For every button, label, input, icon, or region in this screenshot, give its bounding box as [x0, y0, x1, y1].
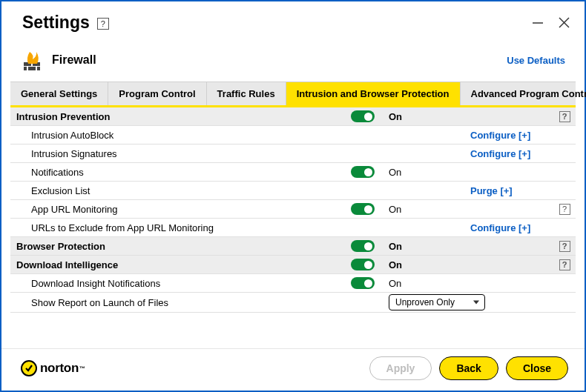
row-show-report-launch: Show Report on Launch of Files Unproven …: [10, 293, 576, 313]
tab-advanced-program-control[interactable]: Advanced Program Control: [461, 82, 587, 105]
toggle-notifications[interactable]: [351, 166, 375, 178]
toggle-app-url-monitoring[interactable]: [351, 203, 375, 215]
settings-window: Settings ? Firewall Use Defaults General…: [0, 0, 586, 392]
row-browser-protection: Browser Protection On ?: [10, 237, 576, 256]
label-exclusion-list: Exclusion List: [10, 185, 344, 196]
help-icon[interactable]: ?: [559, 111, 570, 122]
apply-button: Apply: [369, 356, 432, 380]
tab-intrusion-browser-protection[interactable]: Intrusion and Browser Protection: [286, 82, 461, 105]
row-download-insight-notifications: Download Insight Notifications On: [10, 274, 576, 293]
label-intrusion-autoblock: Intrusion AutoBlock: [10, 130, 344, 141]
configure-signatures-link[interactable]: Configure [+]: [470, 148, 530, 159]
row-download-intelligence: Download Intelligence On ?: [10, 256, 576, 274]
footer-buttons: Apply Back Close: [369, 356, 568, 380]
svg-rect-5: [28, 67, 36, 70]
help-icon[interactable]: ?: [559, 259, 570, 270]
status-browser-protection: On: [381, 241, 455, 252]
select-show-report-value: Unproven Only: [395, 297, 455, 308]
checkmark-icon: [21, 360, 37, 376]
close-icon[interactable]: [559, 17, 570, 28]
minimize-icon[interactable]: [532, 17, 544, 29]
svg-rect-6: [24, 67, 27, 70]
select-show-report[interactable]: Unproven Only: [389, 294, 485, 310]
label-intrusion-signatures: Intrusion Signatures: [10, 148, 344, 159]
label-download-insight-notifications: Download Insight Notifications: [10, 278, 344, 289]
firewall-icon: [22, 49, 45, 71]
titlebar: Settings ?: [1, 1, 585, 37]
tab-program-control[interactable]: Program Control: [108, 82, 206, 105]
label-notifications: Notifications: [10, 167, 344, 178]
brand-text: norton: [40, 361, 79, 376]
norton-logo: norton™: [21, 360, 85, 376]
row-intrusion-autoblock: Intrusion AutoBlock Configure [+]: [10, 126, 576, 144]
status-download-intelligence: On: [381, 259, 455, 270]
help-icon[interactable]: ?: [559, 204, 570, 215]
toggle-download-intelligence[interactable]: [351, 259, 375, 270]
trademark-icon: ™: [79, 365, 85, 372]
row-notifications: Notifications On: [10, 163, 576, 182]
window-controls: [532, 16, 570, 29]
row-intrusion-signatures: Intrusion Signatures Configure [+]: [10, 144, 576, 163]
status-download-insight-notifications: On: [381, 278, 455, 289]
configure-urls-exclude-link[interactable]: Configure [+]: [470, 222, 530, 233]
label-download-intelligence: Download Intelligence: [10, 259, 344, 270]
label-urls-exclude: URLs to Exclude from App URL Monitoring: [10, 222, 344, 233]
status-intrusion-prevention: On: [381, 111, 455, 122]
title-help-icon[interactable]: ?: [97, 18, 109, 30]
help-icon[interactable]: ?: [559, 241, 570, 252]
chevron-down-icon: [473, 301, 479, 305]
toggle-download-insight-notifications[interactable]: [351, 277, 375, 289]
row-intrusion-prevention: Intrusion Prevention On ?: [10, 107, 576, 126]
use-defaults-link[interactable]: Use Defaults: [507, 55, 565, 66]
toggle-intrusion-prevention[interactable]: [351, 110, 375, 122]
tab-traffic-rules[interactable]: Traffic Rules: [207, 82, 286, 105]
row-app-url-monitoring: App URL Monitoring On ?: [10, 200, 576, 219]
settings-list: Intrusion Prevention On ? Intrusion Auto…: [10, 107, 576, 348]
tab-general-settings[interactable]: General Settings: [10, 82, 108, 105]
toggle-browser-protection[interactable]: [351, 240, 375, 252]
label-intrusion-prevention: Intrusion Prevention: [10, 111, 344, 122]
configure-autoblock-link[interactable]: Configure [+]: [470, 130, 530, 141]
purge-exclusion-link[interactable]: Purge [+]: [470, 185, 513, 196]
status-notifications: On: [381, 167, 455, 178]
tab-bar: General Settings Program Control Traffic…: [10, 82, 576, 107]
footer: norton™ Apply Back Close: [1, 348, 585, 391]
label-show-report-launch: Show Report on Launch of Files: [10, 297, 344, 308]
row-urls-exclude: URLs to Exclude from App URL Monitoring …: [10, 219, 576, 237]
label-app-url-monitoring: App URL Monitoring: [10, 204, 344, 215]
svg-rect-7: [37, 67, 40, 70]
label-browser-protection: Browser Protection: [10, 241, 344, 252]
status-app-url-monitoring: On: [381, 204, 455, 215]
window-title: Settings: [22, 13, 90, 33]
row-exclusion-list: Exclusion List Purge [+]: [10, 182, 576, 200]
section-header: Firewall Use Defaults: [1, 37, 585, 82]
back-button[interactable]: Back: [439, 356, 498, 380]
close-button[interactable]: Close: [506, 356, 568, 380]
section-title: Firewall: [52, 53, 96, 67]
